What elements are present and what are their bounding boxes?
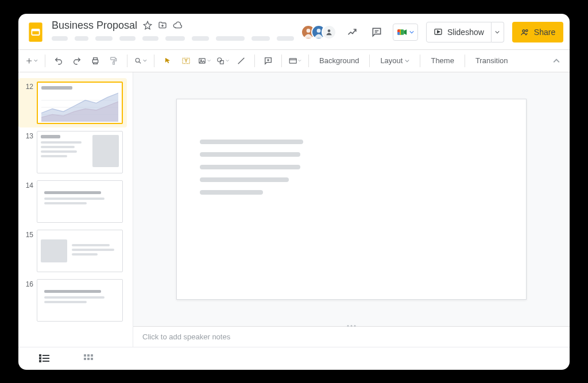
textbox-tool[interactable] xyxy=(180,55,192,67)
theme-button[interactable]: Theme xyxy=(427,56,457,65)
svg-rect-2 xyxy=(32,29,39,31)
layout-button[interactable]: Layout xyxy=(377,56,413,65)
shape-tool[interactable] xyxy=(216,55,229,67)
chevron-down-icon xyxy=(226,59,229,63)
app-logo[interactable] xyxy=(26,18,45,46)
redo-button[interactable] xyxy=(71,55,83,67)
titlebar: Business Proposal xyxy=(18,14,570,46)
menu-bar xyxy=(52,36,294,41)
grid-view-icon xyxy=(84,354,93,362)
collaborator-avatars[interactable] xyxy=(301,25,336,40)
menu-item[interactable] xyxy=(52,36,68,41)
menu-item[interactable] xyxy=(216,36,245,41)
svg-rect-20 xyxy=(289,58,296,63)
line-tool[interactable] xyxy=(235,55,247,67)
slide-number: 12 xyxy=(21,82,33,91)
move-folder-icon[interactable] xyxy=(158,21,167,30)
svg-rect-33 xyxy=(84,358,86,360)
line-icon xyxy=(237,56,246,65)
comments-icon[interactable] xyxy=(369,24,385,40)
slide-thumbnail[interactable]: 16 xyxy=(18,276,127,325)
svg-rect-31 xyxy=(87,354,90,357)
slide-canvas[interactable] xyxy=(176,99,527,300)
comment-plus-icon xyxy=(264,56,273,65)
filmstrip[interactable]: 1213141516 xyxy=(18,72,133,347)
svg-point-17 xyxy=(200,59,202,60)
slide-layout-tool[interactable] xyxy=(289,55,301,67)
redo-icon xyxy=(72,56,82,65)
app-window: Business Proposal xyxy=(18,14,570,370)
title-stack: Business Proposal xyxy=(52,18,294,41)
chevron-down-icon xyxy=(207,59,211,63)
filmstrip-view-button[interactable] xyxy=(39,354,49,362)
meet-button[interactable] xyxy=(393,24,418,41)
menu-item[interactable] xyxy=(142,36,158,41)
thumbnail-preview xyxy=(37,82,123,124)
slide-number: 16 xyxy=(21,279,33,288)
activity-icon[interactable] xyxy=(345,24,361,40)
cloud-saved-icon[interactable] xyxy=(173,21,182,30)
zoom-button[interactable] xyxy=(134,55,147,67)
star-icon[interactable] xyxy=(143,21,152,30)
placeholder-line xyxy=(200,190,263,195)
new-slide-button[interactable] xyxy=(25,55,38,67)
separator xyxy=(281,55,282,67)
slideshow-dropdown[interactable] xyxy=(492,22,504,42)
menu-item[interactable] xyxy=(252,36,270,41)
bottom-view-bar xyxy=(18,347,570,370)
svg-rect-11 xyxy=(92,60,98,63)
menu-item[interactable] xyxy=(119,36,136,41)
slide-thumbnail[interactable]: 15 xyxy=(18,226,127,276)
svg-rect-12 xyxy=(111,57,115,60)
print-button[interactable] xyxy=(89,55,102,67)
menu-item[interactable] xyxy=(192,36,209,41)
transition-button[interactable]: Transition xyxy=(472,56,512,65)
svg-point-18 xyxy=(218,57,222,61)
stage-wrap: Click to add speaker notes xyxy=(133,72,570,347)
separator xyxy=(127,55,127,67)
undo-icon xyxy=(54,56,63,65)
svg-rect-19 xyxy=(220,60,223,64)
play-presentation-icon xyxy=(434,28,443,37)
cursor-icon xyxy=(164,57,172,65)
svg-rect-35 xyxy=(91,358,93,360)
select-tool[interactable] xyxy=(161,55,174,67)
svg-rect-27 xyxy=(42,358,49,359)
add-comment-button[interactable] xyxy=(262,55,274,67)
separator xyxy=(308,55,309,67)
svg-rect-28 xyxy=(39,360,41,362)
print-icon xyxy=(91,56,100,65)
thumbnail-preview xyxy=(37,131,123,173)
image-icon xyxy=(198,56,206,65)
paint-format-button[interactable] xyxy=(107,55,120,67)
image-tool[interactable] xyxy=(198,55,211,67)
grid-view-button[interactable] xyxy=(84,354,93,362)
share-button[interactable]: Share xyxy=(512,22,563,42)
slide-thumbnail[interactable]: 13 xyxy=(18,127,127,177)
toolbar: Background Layout Theme Transition xyxy=(18,49,570,72)
menu-item[interactable] xyxy=(95,36,113,41)
menu-item[interactable] xyxy=(277,36,294,41)
background-button[interactable]: Background xyxy=(316,56,362,65)
share-label: Share xyxy=(534,28,555,37)
slide-thumbnail[interactable]: 14 xyxy=(18,177,127,226)
slideshow-label: Slideshow xyxy=(447,28,484,37)
svg-rect-24 xyxy=(39,354,41,357)
menu-item[interactable] xyxy=(165,36,185,41)
svg-rect-25 xyxy=(42,355,49,356)
svg-point-8 xyxy=(525,29,527,31)
chevron-down-icon xyxy=(495,30,500,34)
document-title[interactable]: Business Proposal xyxy=(52,20,137,32)
people-icon xyxy=(520,28,529,37)
placeholder-line xyxy=(200,152,300,157)
speaker-notes[interactable]: Click to add speaker notes xyxy=(133,326,570,347)
paint-roller-icon xyxy=(109,56,118,65)
collapse-toolbar-button[interactable] xyxy=(550,55,563,67)
drag-handle-icon[interactable] xyxy=(347,325,356,327)
titlebar-right: Slideshow Share xyxy=(301,18,570,46)
slideshow-button[interactable]: Slideshow xyxy=(426,22,492,42)
menu-item[interactable] xyxy=(75,36,88,41)
anonymous-collaborator-avatar[interactable] xyxy=(322,25,336,40)
slide-thumbnail[interactable]: 12 xyxy=(18,78,127,127)
undo-button[interactable] xyxy=(52,55,65,67)
